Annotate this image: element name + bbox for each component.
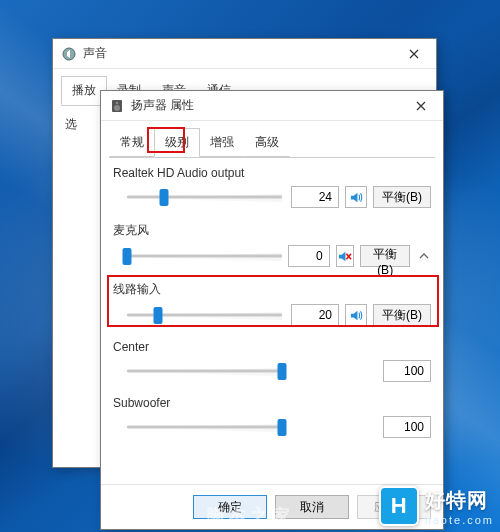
chevron-up-icon[interactable] — [416, 251, 431, 261]
front-tabs: 常规 级别 增强 高级 — [101, 121, 443, 157]
tab-levels[interactable]: 级别 — [154, 128, 200, 157]
titlebar-front: 扬声器 属性 — [101, 91, 443, 121]
tab-advanced[interactable]: 高级 — [244, 128, 290, 157]
volume-group: Center100 — [113, 340, 431, 382]
svg-point-3 — [116, 101, 119, 104]
svg-point-2 — [114, 105, 120, 111]
group-label: 麦克风 — [113, 222, 431, 239]
volume-value[interactable]: 0 — [288, 245, 330, 267]
slider-row: 100 — [113, 360, 431, 382]
close-button[interactable] — [407, 95, 435, 117]
watermark: H 好特网 haote.com — [379, 486, 494, 526]
volume-group: Subwoofer100 — [113, 396, 431, 438]
haote-logo-icon: H — [379, 486, 419, 526]
speaker-volume-icon[interactable] — [345, 186, 367, 208]
slider-row: 100 — [113, 416, 431, 438]
tab-enhance[interactable]: 增强 — [199, 128, 245, 157]
group-label: 线路输入 — [113, 281, 431, 298]
levels-panel: Realtek HD Audio output24 平衡(B)麦克风0 平衡(B… — [101, 158, 443, 488]
balance-button[interactable]: 平衡(B) — [373, 186, 431, 208]
group-label: Subwoofer — [113, 396, 431, 410]
volume-slider[interactable] — [127, 187, 282, 207]
slider-row: 24 平衡(B) — [113, 186, 431, 208]
group-label: Realtek HD Audio output — [113, 166, 431, 180]
window-title: 扬声器 属性 — [131, 97, 407, 114]
volume-slider[interactable] — [127, 246, 282, 266]
balance-button[interactable]: 平衡(B) — [373, 304, 431, 326]
volume-slider[interactable] — [127, 417, 282, 437]
volume-slider[interactable] — [127, 305, 282, 325]
titlebar-back: 声音 — [53, 39, 436, 69]
volume-slider[interactable] — [127, 361, 282, 381]
volume-value[interactable]: 100 — [383, 416, 431, 438]
watermark-domain: haote.com — [425, 514, 494, 526]
slider-row: 0 平衡(B) — [113, 245, 431, 267]
speaker-volume-icon[interactable] — [345, 304, 367, 326]
volume-group: Realtek HD Audio output24 平衡(B) — [113, 166, 431, 208]
mute-icon-muted[interactable] — [336, 245, 354, 267]
volume-group: 麦克风0 平衡(B) — [113, 222, 431, 267]
slider-row: 20 平衡(B) — [113, 304, 431, 326]
group-label: Center — [113, 340, 431, 354]
volume-value[interactable]: 24 — [291, 186, 339, 208]
volume-value[interactable]: 100 — [383, 360, 431, 382]
volume-value[interactable]: 20 — [291, 304, 339, 326]
window-title: 声音 — [83, 45, 400, 62]
watermark-site: 好特网 — [425, 487, 494, 514]
tab-general[interactable]: 常规 — [109, 128, 155, 157]
speaker-properties-window: 扬声器 属性 常规 级别 增强 高级 Realtek HD Audio outp… — [100, 90, 444, 530]
volume-group: 线路输入20 平衡(B) — [113, 281, 431, 326]
sound-icon — [61, 46, 77, 62]
balance-button[interactable]: 平衡(B) — [360, 245, 411, 267]
speaker-icon — [109, 98, 125, 114]
watermark-center: 脚本之家 — [206, 504, 294, 528]
close-button[interactable] — [400, 43, 428, 65]
